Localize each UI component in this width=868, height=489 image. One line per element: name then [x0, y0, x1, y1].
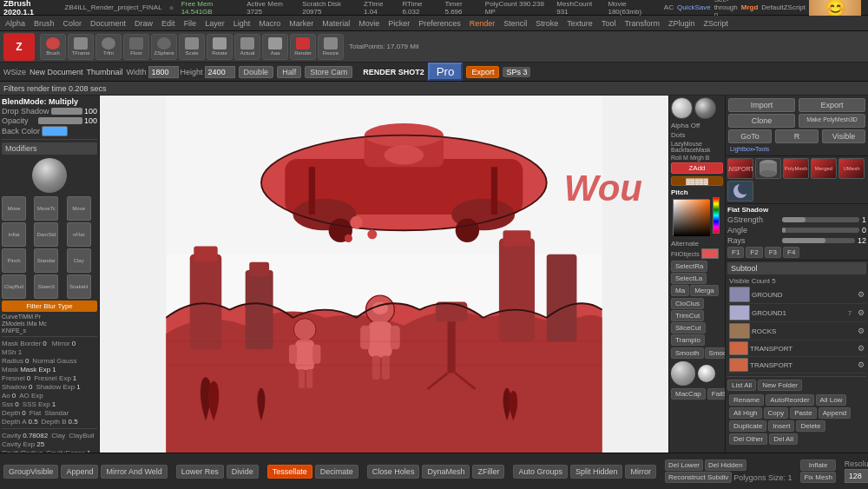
smooth-btn-2[interactable]: Smooth: [705, 347, 725, 359]
export-btn-right[interactable]: Export: [799, 98, 865, 112]
tool-btn-11[interactable]: Resize: [318, 34, 344, 60]
tool-btn-1[interactable]: Brush: [40, 34, 66, 60]
angle-slider[interactable]: [782, 228, 859, 233]
rename-btn[interactable]: Rename: [729, 394, 764, 406]
subtool-settings-transport1[interactable]: ⚙: [858, 344, 865, 353]
trimcut-btn[interactable]: TrimCut: [671, 310, 704, 321]
menu-zplugin[interactable]: ZPlugin: [667, 19, 697, 28]
menu-preferences[interactable]: Preferences: [417, 19, 463, 28]
make-polymesh-btn[interactable]: Make PolyMesh3D: [799, 114, 865, 128]
menu-edit[interactable]: Edit: [160, 19, 177, 28]
f2-btn[interactable]: F2: [746, 247, 762, 258]
drop-shadow-slider[interactable]: [51, 108, 82, 115]
menu-brush[interactable]: Brush: [32, 19, 56, 28]
menu-tool[interactable]: Tool: [600, 19, 618, 28]
new-document-label[interactable]: New Document: [30, 68, 83, 76]
brush-move[interactable]: Move: [2, 196, 26, 221]
g-strength-slider[interactable]: [782, 217, 859, 222]
hue-bar[interactable]: [713, 197, 720, 234]
maccap-btn[interactable]: MacCap: [671, 388, 706, 400]
duplicate-btn[interactable]: Duplicate: [729, 420, 766, 432]
menu-alpha[interactable]: Alpha: [3, 19, 27, 28]
f4-btn[interactable]: F4: [783, 247, 799, 258]
resolution-input[interactable]: [845, 469, 868, 483]
menu-color[interactable]: Color: [62, 19, 84, 28]
select-ra-btn[interactable]: SelectRa: [671, 261, 707, 272]
fix-mesh-btn[interactable]: Fix Mesh: [800, 472, 835, 483]
f1-btn[interactable]: F1: [727, 247, 744, 258]
clone-btn[interactable]: Clone: [728, 114, 795, 128]
merga-btn[interactable]: Merga: [690, 285, 719, 296]
quicksave-label[interactable]: QuickSave: [677, 3, 711, 11]
menu-stencil[interactable]: Stencil: [502, 19, 529, 28]
store-cam-btn[interactable]: Store Cam: [305, 66, 352, 78]
brush-move2[interactable]: Move: [67, 196, 91, 221]
del-lower-btn[interactable]: Del Lower: [665, 459, 703, 471]
close-holes-btn[interactable]: Close Holes: [367, 465, 420, 479]
tray-thumb-2[interactable]: [755, 158, 781, 179]
list-all-btn[interactable]: List All: [727, 380, 756, 391]
tray-thumb-3[interactable]: PolyMesh: [783, 158, 809, 179]
tray-thumb-4[interactable]: Merged: [811, 158, 837, 179]
tool-btn-3[interactable]: Trfm: [95, 34, 122, 60]
brush-move-tc[interactable]: MoveTc: [34, 196, 58, 221]
subtool-settings-rocks[interactable]: ⚙: [858, 327, 865, 335]
lightbox-label[interactable]: Lightbox•Tools: [728, 145, 865, 153]
all-low-btn[interactable]: All Low: [816, 394, 847, 406]
goto-btn[interactable]: GoTo: [728, 129, 772, 143]
select-la-btn[interactable]: SelectLa: [671, 273, 707, 284]
insert-btn[interactable]: Insert: [768, 420, 794, 432]
slicecut-btn[interactable]: SliceCut: [671, 322, 706, 334]
menu-macro[interactable]: Macro: [257, 19, 282, 28]
lower-res-btn[interactable]: Lower Res: [176, 465, 224, 479]
auto-groups-btn[interactable]: Auto Groups: [513, 465, 568, 479]
fallstand-btn[interactable]: FallStand: [707, 388, 725, 400]
menu-marker[interactable]: Marker: [287, 19, 315, 28]
menu-document[interactable]: Document: [89, 19, 128, 28]
paste-btn[interactable]: Paste: [790, 407, 816, 419]
height-input[interactable]: [205, 66, 235, 78]
fill-color-box[interactable]: [701, 248, 719, 259]
decimate-btn[interactable]: Decimate: [315, 465, 358, 479]
import-btn[interactable]: Import: [728, 98, 795, 112]
tool-btn-9[interactable]: Aaa: [262, 34, 288, 60]
tray-thumb-6[interactable]: [727, 181, 753, 202]
subtool-thumb-transport1[interactable]: [729, 341, 748, 355]
r-btn-right[interactable]: R: [775, 129, 819, 143]
menu-transform[interactable]: Transform: [622, 19, 661, 28]
subtool-settings-transport2[interactable]: ⚙: [858, 360, 865, 369]
del-other-btn[interactable]: Del Other: [729, 433, 767, 445]
subtool-settings-ground1[interactable]: ⚙: [858, 308, 865, 317]
brush-pinch[interactable]: Pinch: [2, 248, 26, 273]
subtool-thumb-ground[interactable]: [729, 287, 750, 302]
menu-file[interactable]: File: [182, 19, 199, 28]
menu-movie[interactable]: Movie: [357, 19, 381, 28]
tool-btn-5[interactable]: ZSphere: [151, 34, 177, 60]
del-all-btn[interactable]: Del All: [769, 433, 798, 445]
export-btn[interactable]: Export: [466, 66, 499, 78]
brush-inflat[interactable]: Inflat: [2, 222, 26, 247]
half-btn[interactable]: Half: [277, 66, 301, 78]
subtool-settings-ground[interactable]: ⚙: [858, 290, 865, 299]
brush-standar[interactable]: Standar: [34, 248, 58, 273]
zadd-btn[interactable]: ZAdd: [671, 162, 723, 174]
width-input[interactable]: [148, 66, 179, 78]
divide-btn[interactable]: Divide: [227, 465, 259, 479]
subtool-thumb-ground1[interactable]: [729, 305, 750, 320]
delete-btn[interactable]: Delete: [796, 420, 825, 432]
brush-steen3[interactable]: Steen3: [34, 274, 58, 299]
double-btn[interactable]: Double: [239, 66, 274, 78]
del-hidden-btn[interactable]: Del Hidden: [705, 459, 746, 471]
brush-clay[interactable]: Clay: [67, 248, 91, 273]
filter-blur-type-label[interactable]: Filter Blur Type: [2, 301, 97, 312]
subtool-thumb-transport2[interactable]: [729, 358, 748, 372]
tool-btn-10[interactable]: Render: [290, 34, 316, 60]
rays-slider[interactable]: [782, 238, 855, 243]
auto-reorder-btn[interactable]: AutoReorder: [766, 394, 813, 406]
thumbnail-label[interactable]: Thumbnail: [87, 68, 123, 76]
tray-thumb-1[interactable]: TRANSPORT_50: [727, 158, 753, 179]
visible-btn[interactable]: Visible: [822, 129, 865, 143]
sphere-preview-2[interactable]: [694, 97, 716, 119]
dyna-mesh-btn[interactable]: DynaMesh: [422, 465, 470, 479]
tool-btn-7[interactable]: Rotate: [207, 34, 233, 60]
